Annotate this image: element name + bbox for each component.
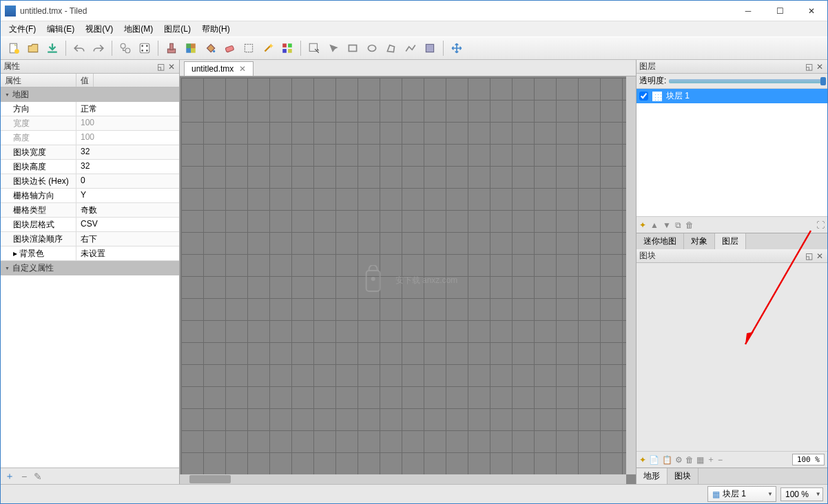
prop-layer-format[interactable]: 图块层格式CSV	[1, 218, 179, 232]
close-tab-icon[interactable]: ✕	[239, 64, 246, 74]
tileset-area[interactable]	[636, 263, 827, 451]
opacity-slider[interactable]	[669, 79, 825, 83]
svg-rect-21	[288, 43, 292, 48]
status-bar: ▦ 块层 1 100 %	[1, 484, 827, 503]
svg-point-8	[146, 45, 148, 47]
new-layer-icon[interactable]: ✦	[639, 220, 646, 230]
properties-columns: 属性 值	[1, 74, 179, 87]
save-file-icon[interactable]	[43, 39, 61, 57]
document-tabs: untitled.tmx ✕	[180, 60, 636, 76]
panel-close-icon[interactable]: ✕	[167, 62, 176, 72]
remove-icon[interactable]: −	[718, 455, 723, 465]
add-property-icon[interactable]: ＋	[5, 470, 14, 483]
svg-rect-22	[282, 49, 287, 53]
prop-height[interactable]: 高度100	[1, 131, 179, 145]
svg-rect-18	[225, 45, 234, 52]
stamp-tool-icon[interactable]	[163, 39, 180, 57]
current-layer-combo[interactable]: ▦ 块层 1	[707, 486, 776, 502]
tab-tiles[interactable]: 图块	[667, 468, 698, 484]
layer-visible-checkbox[interactable]	[639, 92, 648, 101]
insert-tile-icon[interactable]	[421, 39, 439, 57]
panel-close-icon[interactable]: ✕	[815, 251, 825, 261]
svg-point-17	[213, 50, 215, 52]
zoom-combo[interactable]: 100 %	[780, 487, 823, 501]
same-tile-select-icon[interactable]	[278, 39, 296, 57]
new-tileset-icon[interactable]: ✦	[639, 455, 646, 465]
menu-map[interactable]: 地图(M)	[118, 22, 158, 36]
tileset-props-icon[interactable]: ⚙	[675, 455, 683, 465]
svg-point-9	[141, 50, 143, 52]
menu-edit[interactable]: 编辑(E)	[41, 22, 80, 36]
menu-layer[interactable]: 图层(L)	[158, 22, 196, 36]
layer-down-icon[interactable]: ▼	[663, 220, 671, 230]
layer-toolbar: ✦ ▲ ▼ ⧉ 🗑 ⛶	[636, 216, 827, 233]
vertical-scrollbar[interactable]	[626, 76, 636, 474]
prop-group-map[interactable]: 地图	[1, 87, 179, 102]
command-icon[interactable]	[116, 39, 134, 57]
prop-group-custom[interactable]: 自定义属性	[1, 261, 179, 275]
menu-view[interactable]: 视图(V)	[80, 22, 118, 36]
prop-render-order[interactable]: 图块渲染顺序右下	[1, 232, 179, 246]
insert-ellipse-icon[interactable]	[363, 39, 381, 57]
prop-hex-side[interactable]: 图块边长 (Hex)0	[1, 174, 179, 189]
prop-bg-color[interactable]: ▸ 背景色未设置	[1, 246, 179, 261]
menu-file[interactable]: 文件(F)	[3, 22, 41, 36]
edit-polygon-icon[interactable]	[324, 39, 342, 57]
prop-orientation[interactable]: 方向正常	[1, 102, 179, 116]
prop-width[interactable]: 宽度100	[1, 116, 179, 131]
tab-layers[interactable]: 图层	[715, 233, 746, 250]
prop-tile-height[interactable]: 图块高度32	[1, 160, 179, 174]
toggle-other-layers-icon[interactable]: ⛶	[816, 220, 825, 230]
select-object-icon[interactable]	[305, 39, 323, 57]
maximize-button[interactable]: ☐	[764, 1, 796, 21]
insert-rect-icon[interactable]	[344, 39, 362, 57]
panel-float-icon[interactable]: ◱	[804, 251, 814, 261]
remove-property-icon[interactable]: −	[21, 471, 27, 482]
terrain-tool-icon[interactable]	[182, 39, 200, 57]
toolbar	[1, 36, 827, 60]
add-icon[interactable]: ＋	[707, 454, 715, 465]
document-tab[interactable]: untitled.tmx ✕	[184, 61, 253, 76]
duplicate-layer-icon[interactable]: ⧉	[675, 220, 681, 230]
undo-icon[interactable]	[70, 39, 88, 57]
tab-minimap[interactable]: 迷你地图	[636, 233, 684, 249]
svg-point-7	[141, 45, 143, 47]
horizontal-scrollbar[interactable]	[180, 474, 626, 484]
layer-up-icon[interactable]: ▲	[650, 220, 659, 230]
map-canvas[interactable]: 安下载 anxz.com	[180, 76, 636, 484]
panel-close-icon[interactable]: ✕	[815, 62, 825, 72]
prop-stagger-axis[interactable]: 栅格轴方向Y	[1, 189, 179, 203]
opacity-label: 透明度:	[639, 75, 666, 87]
rect-select-icon[interactable]	[240, 39, 258, 57]
random-icon[interactable]	[136, 39, 154, 57]
delete-tileset-icon[interactable]: 🗑	[685, 455, 694, 465]
prop-stagger-index[interactable]: 栅格类型奇数	[1, 203, 179, 218]
editor-area: untitled.tmx ✕ 安下载 anxz.com	[180, 60, 636, 484]
minimize-button[interactable]: ─	[732, 1, 764, 21]
layer-item[interactable]: 块层 1	[636, 89, 827, 103]
properties-toolbar: ＋ − ✎	[1, 468, 179, 484]
tab-terrain[interactable]: 地形	[636, 468, 667, 485]
edit-property-icon[interactable]: ✎	[34, 471, 42, 482]
new-file-icon[interactable]	[5, 39, 23, 57]
fill-tool-icon[interactable]	[201, 39, 219, 57]
prop-tile-width[interactable]: 图块宽度32	[1, 145, 179, 160]
magic-wand-icon[interactable]	[259, 39, 277, 57]
insert-polygon-icon[interactable]	[382, 39, 400, 57]
panel-float-icon[interactable]: ◱	[804, 62, 814, 72]
move-icon[interactable]	[448, 39, 466, 57]
import-tileset-icon[interactable]: 📄	[649, 455, 659, 465]
tileset-zoom[interactable]: 100 %	[792, 454, 825, 465]
eraser-tool-icon[interactable]	[220, 39, 238, 57]
redo-icon[interactable]	[90, 39, 107, 57]
edit-terrain-icon[interactable]: ▦	[696, 455, 704, 465]
menu-help[interactable]: 帮助(H)	[196, 22, 236, 36]
panel-float-icon[interactable]: ◱	[156, 62, 165, 72]
menu-bar: 文件(F) 编辑(E) 视图(V) 地图(M) 图层(L) 帮助(H)	[1, 21, 827, 36]
tab-objects[interactable]: 对象	[684, 233, 715, 249]
close-button[interactable]: ✕	[796, 1, 827, 21]
open-file-icon[interactable]	[24, 39, 42, 57]
delete-layer-icon[interactable]: 🗑	[685, 220, 694, 230]
export-tileset-icon[interactable]: 📋	[662, 455, 672, 465]
insert-polyline-icon[interactable]	[402, 39, 420, 57]
